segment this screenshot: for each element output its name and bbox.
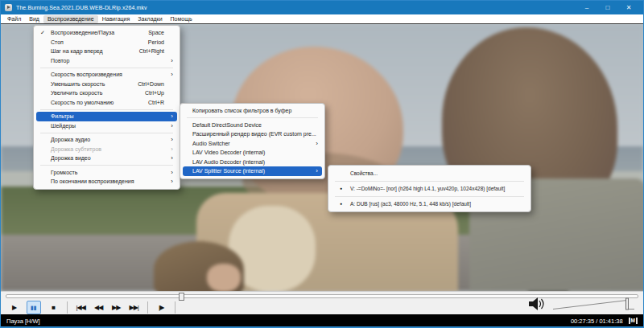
menu-item-label: Шейдеры bbox=[51, 121, 76, 131]
submenu-arrow-icon: › bbox=[316, 139, 318, 149]
window-controls: –□✕ bbox=[576, 1, 639, 14]
menu-item-lav-video-decoder[interactable]: LAV Video Decoder (internal) bbox=[183, 148, 322, 158]
menu-item-label: V: -=DoMiNo=- [nor] (h264 high L4.1, yuv… bbox=[350, 183, 505, 194]
menu-item-label: Шаг на кадр вперед bbox=[51, 47, 103, 56]
window-title: The.Burning.Sea.2021.DUB.WEB-DLRip.x264.… bbox=[16, 5, 147, 10]
volume-control bbox=[529, 297, 638, 314]
playback-menu: ✓ Воспроизведение/Пауза Space Стоп Perio… bbox=[33, 25, 180, 190]
radio-bullet-icon: ● bbox=[340, 199, 342, 209]
maximize-button[interactable]: □ bbox=[597, 1, 618, 14]
menu-item-audio-switcher[interactable]: Audio Switcher › bbox=[183, 139, 322, 149]
menu-item-label: Расширенный рендер видео (EVR custom pre… bbox=[192, 129, 316, 139]
volume-icon[interactable] bbox=[529, 297, 543, 310]
menu-item-shortcut: Ctrl+Right bbox=[139, 47, 164, 56]
separator bbox=[40, 68, 173, 68]
menu-item-after-playback[interactable]: По окончании воспроизведения › bbox=[36, 177, 177, 187]
submenu-arrow-icon: › bbox=[171, 135, 173, 145]
app-icon bbox=[5, 4, 12, 11]
separator bbox=[187, 117, 318, 118]
filters-submenu: Копировать список фильтров в буфер Defau… bbox=[180, 103, 325, 179]
frame-step-button[interactable]: |▶ bbox=[156, 301, 167, 314]
submenu-arrow-icon: › bbox=[171, 154, 173, 163]
submenu-arrow-icon: › bbox=[171, 168, 173, 178]
minimize-button[interactable]: – bbox=[576, 1, 597, 14]
close-button[interactable]: ✕ bbox=[618, 1, 639, 14]
title-bar[interactable]: The.Burning.Sea.2021.DUB.WEB-DLRip.x264.… bbox=[1, 1, 643, 14]
submenu-arrow-icon: › bbox=[171, 121, 173, 131]
menubar-item-play[interactable]: Воспроизведение bbox=[43, 15, 98, 23]
menu-item-decrease-rate[interactable]: Уменьшить скорость Ctrl+Down bbox=[36, 80, 177, 89]
menu-item-repeat[interactable]: Повтор › bbox=[36, 56, 177, 66]
menu-item-volume[interactable]: Громкость › bbox=[36, 168, 177, 178]
submenu-arrow-icon: › bbox=[171, 145, 173, 154]
menubar-item-help[interactable]: Помощь bbox=[167, 15, 196, 23]
menu-item-lav-audio-decoder[interactable]: LAV Audio Decoder (internal) bbox=[183, 158, 322, 167]
menubar-item-view[interactable]: Вид bbox=[25, 15, 43, 23]
menubar-item-navigation[interactable]: Навигация bbox=[98, 15, 134, 23]
menu-item-audio-track[interactable]: Дорожка аудио › bbox=[36, 135, 177, 145]
menu-item-label: Увеличить скорость bbox=[51, 88, 102, 98]
menubar-item-file[interactable]: Файл bbox=[3, 15, 25, 23]
menu-item-label: Дорожка видео bbox=[51, 154, 91, 163]
menu-item-play-pause[interactable]: ✓ Воспроизведение/Пауза Space bbox=[36, 28, 177, 38]
menu-item-label: Audio Switcher bbox=[192, 139, 230, 149]
menu-item-frame-step[interactable]: Шаг на кадр вперед Ctrl+Right bbox=[36, 47, 177, 56]
separator bbox=[40, 109, 173, 110]
menu-item-shortcut: Ctrl+Down bbox=[138, 80, 164, 89]
scene-boy-face bbox=[207, 264, 241, 291]
menu-item-stop[interactable]: Стоп Period bbox=[36, 38, 177, 47]
menu-item-increase-rate[interactable]: Увеличить скорость Ctrl+Up bbox=[36, 88, 177, 98]
separator bbox=[40, 133, 173, 133]
stop-button[interactable]: ■ bbox=[48, 301, 59, 314]
menu-item-label: Скорость по умолчанию bbox=[51, 98, 114, 108]
menu-item-properties[interactable]: Свойства... bbox=[331, 168, 528, 178]
menu-item-label: Уменьшить скорость bbox=[51, 80, 105, 89]
submenu-arrow-icon: › bbox=[171, 70, 173, 80]
menu-item-shortcut: Ctrl+R bbox=[148, 98, 164, 108]
check-icon: ✓ bbox=[40, 28, 45, 38]
menu-item-label: A: DUB [rus] (ac3, 48000 Hz, 5.1, 448 kb… bbox=[350, 199, 471, 209]
menu-item-filters[interactable]: Фильтры › bbox=[36, 112, 177, 121]
time-display: 00:27:35 / 01:41:38 bbox=[571, 318, 623, 325]
menu-item-label: Скорость воспроизведения bbox=[51, 70, 122, 80]
menu-item-shortcut: Ctrl+Up bbox=[145, 88, 164, 98]
volume-slider[interactable] bbox=[553, 298, 634, 310]
separator bbox=[175, 301, 175, 314]
decrease-rate-button[interactable]: ◀◀ bbox=[93, 301, 104, 314]
seek-thumb[interactable] bbox=[179, 293, 184, 301]
menu-item-subtitle-track[interactable]: Дорожка субтитров › bbox=[36, 145, 177, 154]
menu-item-label: Стоп bbox=[51, 38, 64, 47]
menu-item-label: LAV Audio Decoder (internal) bbox=[192, 158, 265, 167]
menu-item-label: Воспроизведение/Пауза bbox=[51, 28, 114, 38]
transport-buttons: ▶▮▮■|◀◀◀◀▶▶▶▶||▶ bbox=[9, 301, 176, 314]
menubar-item-bookmarks[interactable]: Закладки bbox=[134, 15, 166, 23]
menu-item-video-track[interactable]: Дорожка видео › bbox=[36, 154, 177, 163]
menu-item-lav-splitter-source[interactable]: LAV Splitter Source (internal) › bbox=[183, 166, 322, 176]
skip-forward-button[interactable]: ▶▶| bbox=[129, 301, 139, 314]
radio-bullet-icon: ● bbox=[340, 183, 342, 194]
menu-item-shortcut: Space bbox=[148, 28, 164, 38]
play-button[interactable]: ▶ bbox=[9, 301, 19, 314]
menu-item-video-stream[interactable]: ● V: -=DoMiNo=- [nor] (h264 high L4.1, y… bbox=[331, 183, 528, 194]
menu-item-label: Копировать список фильтров в буфер bbox=[192, 106, 291, 116]
menu-item-label: Повтор bbox=[51, 56, 69, 66]
volume-thumb bbox=[626, 298, 629, 310]
skip-back-button[interactable]: |◀◀ bbox=[76, 301, 86, 314]
menu-item-audio-stream[interactable]: ● A: DUB [rus] (ac3, 48000 Hz, 5.1, 448 … bbox=[331, 199, 528, 209]
menu-item-directsound-device[interactable]: Default DirectSound Device bbox=[183, 121, 322, 130]
lav-splitter-submenu: Свойства... ● V: -=DoMiNo=- [nor] (h264 … bbox=[328, 165, 531, 212]
submenu-arrow-icon: › bbox=[171, 56, 173, 66]
menu-item-shortcut: Period bbox=[148, 38, 164, 47]
menu-item-label: Default DirectSound Device bbox=[192, 121, 262, 130]
increase-rate-button[interactable]: ▶▶ bbox=[111, 301, 122, 314]
separator bbox=[67, 301, 68, 314]
menu-item-shaders[interactable]: Шейдеры › bbox=[36, 121, 177, 131]
pause-button[interactable]: ▮▮ bbox=[27, 301, 41, 314]
m-indicator-icon: M bbox=[629, 318, 638, 324]
menu-item-reset-rate[interactable]: Скорость по умолчанию Ctrl+R bbox=[36, 98, 177, 108]
menu-item-playback-rate[interactable]: Скорость воспроизведения › bbox=[36, 70, 177, 80]
menu-bar: ФайлВидВоспроизведениеНавигацияЗакладкиП… bbox=[1, 14, 643, 23]
menu-item-evr-renderer[interactable]: Расширенный рендер видео (EVR custom pre… bbox=[183, 129, 322, 139]
menu-item-label: По окончании воспроизведения bbox=[51, 177, 134, 187]
menu-item-copy-filter-list[interactable]: Копировать список фильтров в буфер bbox=[183, 106, 322, 116]
